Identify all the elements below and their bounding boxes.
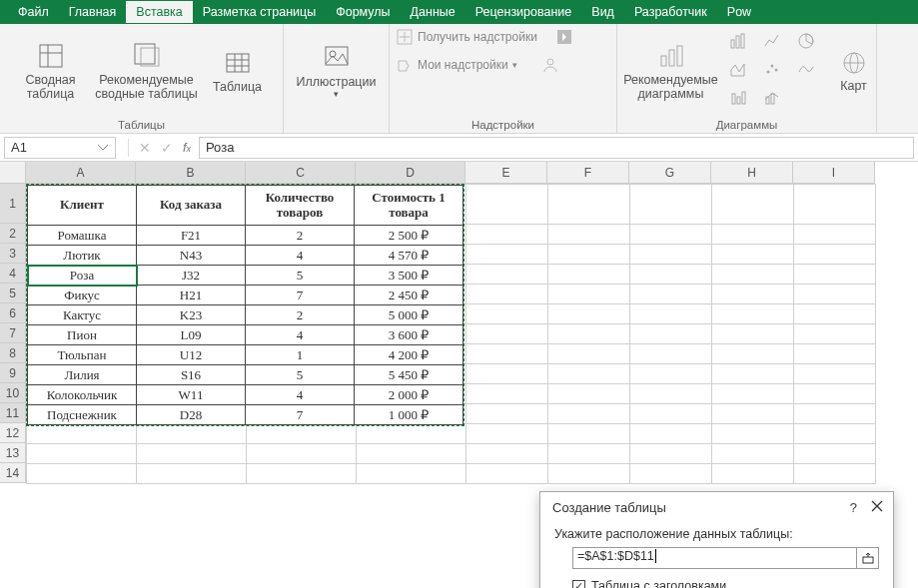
- data-cell[interactable]: Ромашка: [28, 226, 137, 246]
- pivot-table-button[interactable]: Сводная таблица: [16, 32, 86, 112]
- cell[interactable]: [630, 444, 712, 464]
- tab-file[interactable]: Файл: [8, 1, 59, 23]
- recommended-pivot-button[interactable]: Рекомендуемые сводные таблицы: [92, 32, 202, 112]
- cell[interactable]: [794, 185, 876, 225]
- cell[interactable]: [712, 245, 794, 265]
- cell[interactable]: [794, 404, 876, 424]
- cell[interactable]: [548, 424, 630, 444]
- table-row[interactable]: КолокольчикW1142 000 ₽: [28, 385, 463, 405]
- cell[interactable]: [794, 304, 876, 324]
- cell[interactable]: [137, 464, 247, 484]
- cell[interactable]: [466, 344, 548, 364]
- cell[interactable]: [466, 185, 548, 225]
- table-row[interactable]: ЛютикN4344 570 ₽: [28, 246, 463, 266]
- cell[interactable]: [548, 285, 630, 304]
- row-header-2[interactable]: 2: [0, 224, 26, 244]
- cell[interactable]: [630, 245, 712, 265]
- cell[interactable]: [712, 384, 794, 404]
- accept-formula-icon[interactable]: ✓: [161, 140, 173, 156]
- cell[interactable]: [466, 225, 548, 245]
- cell[interactable]: [548, 384, 630, 404]
- data-cell[interactable]: 7: [246, 286, 355, 305]
- data-cell[interactable]: S16: [137, 365, 246, 385]
- table-row[interactable]: КактусK2325 000 ₽: [28, 305, 463, 325]
- data-cell[interactable]: Колокольчик: [28, 385, 137, 405]
- cell[interactable]: [712, 404, 794, 424]
- cell[interactable]: [794, 324, 876, 344]
- cell[interactable]: [630, 324, 712, 344]
- data-cell[interactable]: 2 500 ₽: [355, 226, 463, 246]
- cell[interactable]: [794, 225, 876, 245]
- table-button[interactable]: Таблица: [208, 32, 268, 112]
- cell[interactable]: [630, 464, 712, 484]
- data-cell[interactable]: Подснежник: [28, 405, 137, 425]
- column-header-F[interactable]: F: [547, 162, 629, 184]
- data-cell[interactable]: 5: [246, 266, 355, 286]
- cell[interactable]: [466, 245, 548, 265]
- data-cell[interactable]: L09: [137, 325, 246, 345]
- data-cell[interactable]: Пион: [28, 325, 137, 345]
- table-row[interactable]: ФикусH2172 450 ₽: [28, 286, 463, 305]
- cell[interactable]: [466, 444, 548, 464]
- name-box[interactable]: A1: [4, 137, 116, 159]
- formula-input[interactable]: Роза: [199, 137, 914, 159]
- tab-insert[interactable]: Вставка: [126, 1, 192, 23]
- recommended-charts-button[interactable]: Рекомендуемые диаграммы: [621, 32, 721, 112]
- dialog-range-input[interactable]: =$A$1:$D$11: [572, 547, 857, 569]
- cell[interactable]: [630, 384, 712, 404]
- cell[interactable]: [548, 344, 630, 364]
- row-header-9[interactable]: 9: [0, 363, 26, 383]
- dialog-close-button[interactable]: [871, 500, 883, 515]
- cell[interactable]: [794, 245, 876, 265]
- tab-page-layout[interactable]: Разметка страницы: [193, 1, 326, 23]
- data-cell[interactable]: H21: [137, 286, 246, 305]
- cell[interactable]: [466, 304, 548, 324]
- cell[interactable]: [712, 344, 794, 364]
- cell[interactable]: [466, 404, 548, 424]
- cell[interactable]: [712, 304, 794, 324]
- data-cell[interactable]: J32: [137, 266, 246, 286]
- data-cell[interactable]: 4: [246, 325, 355, 345]
- chart-statistic-button[interactable]: [729, 88, 759, 112]
- range-picker-button[interactable]: [857, 547, 879, 569]
- data-cell[interactable]: K23: [137, 305, 246, 325]
- data-cell[interactable]: 1: [246, 345, 355, 365]
- data-table[interactable]: Клиент Код заказа Количествотоваров Стои…: [26, 184, 464, 426]
- data-cell[interactable]: 5: [246, 365, 355, 385]
- data-cell[interactable]: D28: [137, 405, 246, 425]
- chart-column-button[interactable]: [729, 32, 759, 56]
- data-cell[interactable]: 3 600 ₽: [355, 325, 463, 345]
- spreadsheet-grid[interactable]: ABCDEFGHI 1234567891011121314 Клиент Код…: [0, 162, 918, 588]
- cell[interactable]: [630, 225, 712, 245]
- row-header-7[interactable]: 7: [0, 323, 26, 343]
- cell[interactable]: [137, 424, 247, 444]
- cell[interactable]: [357, 464, 466, 484]
- cell[interactable]: [548, 225, 630, 245]
- cell[interactable]: [794, 265, 876, 285]
- cell[interactable]: [466, 285, 548, 304]
- tab-home[interactable]: Главная: [59, 1, 127, 23]
- chart-area-button[interactable]: [729, 60, 759, 84]
- cell[interactable]: [548, 464, 630, 484]
- column-header-D[interactable]: D: [356, 162, 465, 184]
- tab-developer[interactable]: Разработчик: [624, 1, 717, 23]
- column-header-H[interactable]: H: [711, 162, 793, 184]
- cell[interactable]: [712, 444, 794, 464]
- data-cell[interactable]: Тюльпан: [28, 345, 137, 365]
- cell[interactable]: [630, 364, 712, 384]
- cell[interactable]: [630, 344, 712, 364]
- cell[interactable]: [466, 324, 548, 344]
- data-cell[interactable]: Кактус: [28, 305, 137, 325]
- cell[interactable]: [630, 424, 712, 444]
- cell[interactable]: [466, 424, 548, 444]
- data-cell[interactable]: F21: [137, 226, 246, 246]
- data-cell[interactable]: 4 200 ₽: [355, 345, 463, 365]
- headers-checkbox-row[interactable]: ✓ Таблица с заголовками: [572, 579, 879, 588]
- cell[interactable]: [630, 285, 712, 304]
- cell[interactable]: [712, 364, 794, 384]
- dialog-help-button[interactable]: ?: [850, 500, 857, 515]
- cell[interactable]: [630, 185, 712, 225]
- data-cell[interactable]: 5 000 ₽: [355, 305, 463, 325]
- select-all-corner[interactable]: [0, 162, 26, 184]
- data-cell[interactable]: U12: [137, 345, 246, 365]
